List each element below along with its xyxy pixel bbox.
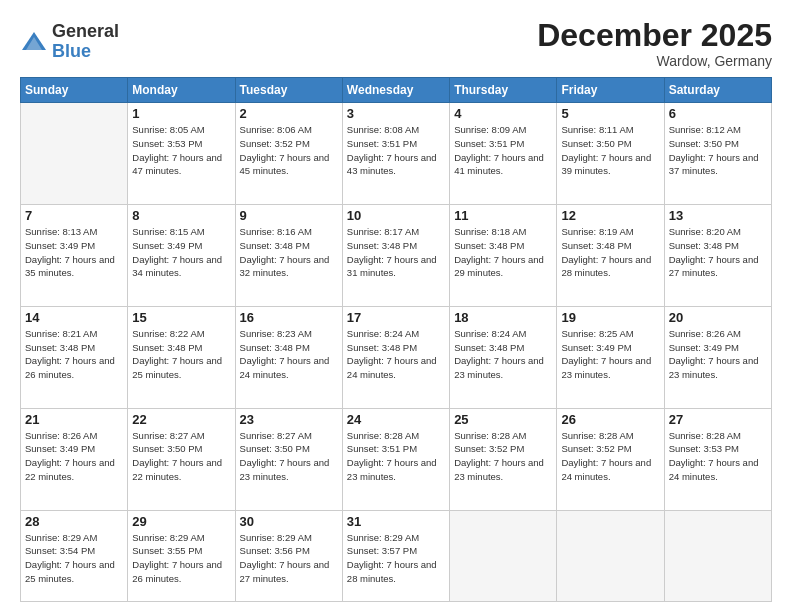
- header: General Blue December 2025 Wardow, Germa…: [20, 18, 772, 69]
- calendar-cell: [450, 510, 557, 602]
- day-info: Sunrise: 8:11 AMSunset: 3:50 PMDaylight:…: [561, 123, 659, 178]
- logo-text: General Blue: [52, 22, 119, 62]
- calendar-cell: 25Sunrise: 8:28 AMSunset: 3:52 PMDayligh…: [450, 408, 557, 510]
- day-number: 19: [561, 310, 659, 325]
- day-info: Sunrise: 8:29 AMSunset: 3:54 PMDaylight:…: [25, 531, 123, 586]
- calendar-cell: [664, 510, 771, 602]
- calendar-cell: 9Sunrise: 8:16 AMSunset: 3:48 PMDaylight…: [235, 205, 342, 307]
- day-info: Sunrise: 8:17 AMSunset: 3:48 PMDaylight:…: [347, 225, 445, 280]
- day-header-saturday: Saturday: [664, 78, 771, 103]
- calendar-cell: 21Sunrise: 8:26 AMSunset: 3:49 PMDayligh…: [21, 408, 128, 510]
- day-number: 23: [240, 412, 338, 427]
- calendar-cell: 22Sunrise: 8:27 AMSunset: 3:50 PMDayligh…: [128, 408, 235, 510]
- day-number: 8: [132, 208, 230, 223]
- calendar-cell: 27Sunrise: 8:28 AMSunset: 3:53 PMDayligh…: [664, 408, 771, 510]
- calendar-cell: 2Sunrise: 8:06 AMSunset: 3:52 PMDaylight…: [235, 103, 342, 205]
- day-number: 17: [347, 310, 445, 325]
- day-info: Sunrise: 8:05 AMSunset: 3:53 PMDaylight:…: [132, 123, 230, 178]
- day-info: Sunrise: 8:26 AMSunset: 3:49 PMDaylight:…: [25, 429, 123, 484]
- day-number: 25: [454, 412, 552, 427]
- day-number: 2: [240, 106, 338, 121]
- calendar-cell: 8Sunrise: 8:15 AMSunset: 3:49 PMDaylight…: [128, 205, 235, 307]
- day-info: Sunrise: 8:16 AMSunset: 3:48 PMDaylight:…: [240, 225, 338, 280]
- day-info: Sunrise: 8:13 AMSunset: 3:49 PMDaylight:…: [25, 225, 123, 280]
- day-info: Sunrise: 8:24 AMSunset: 3:48 PMDaylight:…: [347, 327, 445, 382]
- day-header-monday: Monday: [128, 78, 235, 103]
- calendar-cell: 20Sunrise: 8:26 AMSunset: 3:49 PMDayligh…: [664, 306, 771, 408]
- day-number: 20: [669, 310, 767, 325]
- day-number: 30: [240, 514, 338, 529]
- day-info: Sunrise: 8:23 AMSunset: 3:48 PMDaylight:…: [240, 327, 338, 382]
- day-number: 18: [454, 310, 552, 325]
- day-number: 14: [25, 310, 123, 325]
- day-info: Sunrise: 8:24 AMSunset: 3:48 PMDaylight:…: [454, 327, 552, 382]
- day-info: Sunrise: 8:29 AMSunset: 3:57 PMDaylight:…: [347, 531, 445, 586]
- day-number: 24: [347, 412, 445, 427]
- day-info: Sunrise: 8:28 AMSunset: 3:53 PMDaylight:…: [669, 429, 767, 484]
- calendar-header-row: SundayMondayTuesdayWednesdayThursdayFrid…: [21, 78, 772, 103]
- calendar: SundayMondayTuesdayWednesdayThursdayFrid…: [20, 77, 772, 602]
- calendar-week-row: 1Sunrise: 8:05 AMSunset: 3:53 PMDaylight…: [21, 103, 772, 205]
- calendar-cell: 7Sunrise: 8:13 AMSunset: 3:49 PMDaylight…: [21, 205, 128, 307]
- day-header-sunday: Sunday: [21, 78, 128, 103]
- calendar-cell: 10Sunrise: 8:17 AMSunset: 3:48 PMDayligh…: [342, 205, 449, 307]
- day-info: Sunrise: 8:08 AMSunset: 3:51 PMDaylight:…: [347, 123, 445, 178]
- calendar-week-row: 28Sunrise: 8:29 AMSunset: 3:54 PMDayligh…: [21, 510, 772, 602]
- day-info: Sunrise: 8:12 AMSunset: 3:50 PMDaylight:…: [669, 123, 767, 178]
- day-number: 31: [347, 514, 445, 529]
- logo-blue: Blue: [52, 42, 119, 62]
- calendar-cell: 15Sunrise: 8:22 AMSunset: 3:48 PMDayligh…: [128, 306, 235, 408]
- calendar-week-row: 21Sunrise: 8:26 AMSunset: 3:49 PMDayligh…: [21, 408, 772, 510]
- calendar-cell: 28Sunrise: 8:29 AMSunset: 3:54 PMDayligh…: [21, 510, 128, 602]
- calendar-cell: 3Sunrise: 8:08 AMSunset: 3:51 PMDaylight…: [342, 103, 449, 205]
- day-info: Sunrise: 8:27 AMSunset: 3:50 PMDaylight:…: [240, 429, 338, 484]
- day-number: 11: [454, 208, 552, 223]
- calendar-cell: 13Sunrise: 8:20 AMSunset: 3:48 PMDayligh…: [664, 205, 771, 307]
- day-number: 5: [561, 106, 659, 121]
- day-number: 1: [132, 106, 230, 121]
- calendar-cell: 31Sunrise: 8:29 AMSunset: 3:57 PMDayligh…: [342, 510, 449, 602]
- calendar-cell: 14Sunrise: 8:21 AMSunset: 3:48 PMDayligh…: [21, 306, 128, 408]
- day-info: Sunrise: 8:26 AMSunset: 3:49 PMDaylight:…: [669, 327, 767, 382]
- day-number: 13: [669, 208, 767, 223]
- calendar-cell: 17Sunrise: 8:24 AMSunset: 3:48 PMDayligh…: [342, 306, 449, 408]
- calendar-cell: [21, 103, 128, 205]
- day-number: 3: [347, 106, 445, 121]
- logo-general: General: [52, 22, 119, 42]
- calendar-cell: 29Sunrise: 8:29 AMSunset: 3:55 PMDayligh…: [128, 510, 235, 602]
- day-number: 16: [240, 310, 338, 325]
- day-info: Sunrise: 8:18 AMSunset: 3:48 PMDaylight:…: [454, 225, 552, 280]
- logo: General Blue: [20, 22, 119, 62]
- logo-icon: [20, 28, 48, 56]
- day-number: 22: [132, 412, 230, 427]
- day-number: 15: [132, 310, 230, 325]
- day-number: 21: [25, 412, 123, 427]
- calendar-cell: 5Sunrise: 8:11 AMSunset: 3:50 PMDaylight…: [557, 103, 664, 205]
- day-info: Sunrise: 8:15 AMSunset: 3:49 PMDaylight:…: [132, 225, 230, 280]
- day-info: Sunrise: 8:21 AMSunset: 3:48 PMDaylight:…: [25, 327, 123, 382]
- day-number: 7: [25, 208, 123, 223]
- day-header-wednesday: Wednesday: [342, 78, 449, 103]
- calendar-cell: 4Sunrise: 8:09 AMSunset: 3:51 PMDaylight…: [450, 103, 557, 205]
- calendar-cell: 30Sunrise: 8:29 AMSunset: 3:56 PMDayligh…: [235, 510, 342, 602]
- month-title: December 2025: [537, 18, 772, 53]
- day-number: 27: [669, 412, 767, 427]
- day-number: 4: [454, 106, 552, 121]
- calendar-cell: 18Sunrise: 8:24 AMSunset: 3:48 PMDayligh…: [450, 306, 557, 408]
- calendar-cell: 1Sunrise: 8:05 AMSunset: 3:53 PMDaylight…: [128, 103, 235, 205]
- day-number: 12: [561, 208, 659, 223]
- calendar-cell: 24Sunrise: 8:28 AMSunset: 3:51 PMDayligh…: [342, 408, 449, 510]
- day-number: 6: [669, 106, 767, 121]
- day-info: Sunrise: 8:06 AMSunset: 3:52 PMDaylight:…: [240, 123, 338, 178]
- day-info: Sunrise: 8:27 AMSunset: 3:50 PMDaylight:…: [132, 429, 230, 484]
- day-number: 29: [132, 514, 230, 529]
- day-info: Sunrise: 8:19 AMSunset: 3:48 PMDaylight:…: [561, 225, 659, 280]
- calendar-cell: 16Sunrise: 8:23 AMSunset: 3:48 PMDayligh…: [235, 306, 342, 408]
- day-number: 26: [561, 412, 659, 427]
- calendar-cell: 26Sunrise: 8:28 AMSunset: 3:52 PMDayligh…: [557, 408, 664, 510]
- day-info: Sunrise: 8:28 AMSunset: 3:52 PMDaylight:…: [454, 429, 552, 484]
- calendar-cell: 19Sunrise: 8:25 AMSunset: 3:49 PMDayligh…: [557, 306, 664, 408]
- calendar-cell: 6Sunrise: 8:12 AMSunset: 3:50 PMDaylight…: [664, 103, 771, 205]
- title-block: December 2025 Wardow, Germany: [537, 18, 772, 69]
- day-header-tuesday: Tuesday: [235, 78, 342, 103]
